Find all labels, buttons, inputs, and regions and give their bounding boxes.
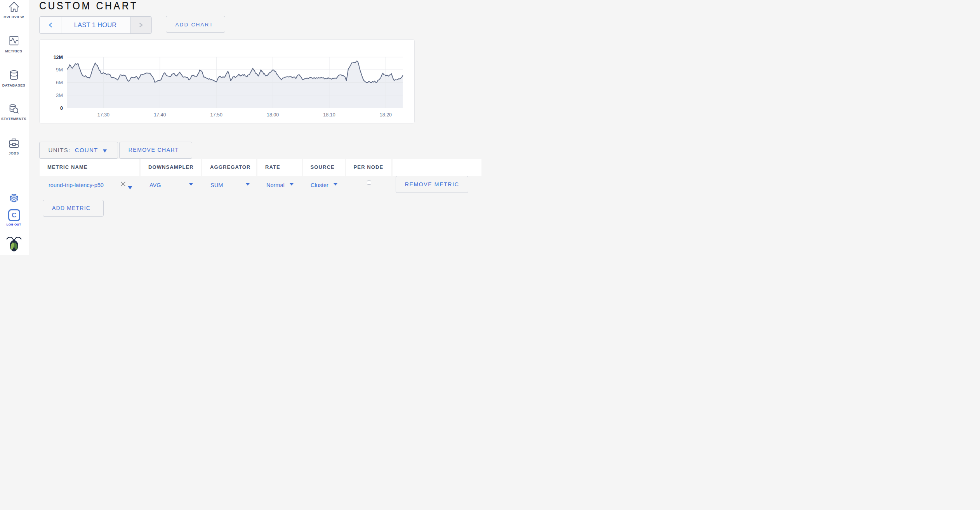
svg-text:9M: 9M: [56, 67, 63, 73]
svg-text:17:30: 17:30: [97, 112, 109, 118]
svg-text:0: 0: [60, 106, 63, 111]
svg-text:6M: 6M: [56, 80, 63, 85]
svg-text:18:10: 18:10: [323, 112, 335, 118]
svg-text:3M: 3M: [56, 92, 63, 98]
svg-text:18:00: 18:00: [267, 112, 279, 118]
svg-text:17:40: 17:40: [154, 112, 166, 118]
svg-text:18:20: 18:20: [380, 112, 392, 118]
svg-text:17:50: 17:50: [210, 112, 222, 118]
svg-text:12M: 12M: [54, 55, 63, 60]
